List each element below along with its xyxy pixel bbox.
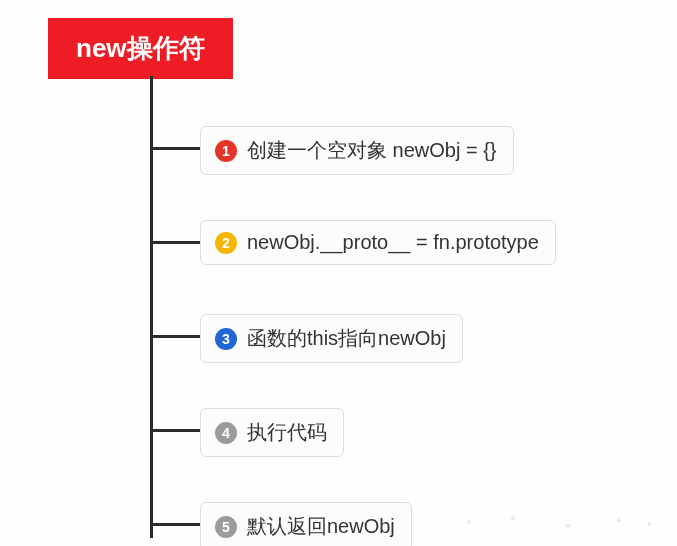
- step-node: 1创建一个空对象 newObj = {}: [200, 126, 514, 175]
- step-number-badge: 2: [215, 232, 237, 254]
- step-text: 创建一个空对象 newObj = {}: [247, 137, 497, 164]
- tree-branch: [151, 429, 200, 432]
- step-number-badge: 3: [215, 328, 237, 350]
- step-number-badge: 5: [215, 516, 237, 538]
- step-node: 2newObj.__proto__ = fn.prototype: [200, 220, 556, 265]
- step-text: newObj.__proto__ = fn.prototype: [247, 231, 539, 254]
- step-node: 5默认返回newObj: [200, 502, 412, 546]
- step-text: 函数的this指向newObj: [247, 325, 446, 352]
- root-title: new操作符: [76, 33, 205, 63]
- step-node: 3函数的this指向newObj: [200, 314, 463, 363]
- tree-branch: [151, 241, 200, 244]
- tree-trunk: [150, 76, 153, 538]
- watermark-noise: [447, 504, 667, 540]
- tree-branch: [151, 335, 200, 338]
- root-node: new操作符: [48, 18, 233, 79]
- tree-branch: [151, 523, 200, 526]
- step-number-badge: 1: [215, 140, 237, 162]
- step-text: 执行代码: [247, 419, 327, 446]
- tree-branch: [151, 147, 200, 150]
- step-node: 4执行代码: [200, 408, 344, 457]
- step-text: 默认返回newObj: [247, 513, 395, 540]
- step-number-badge: 4: [215, 422, 237, 444]
